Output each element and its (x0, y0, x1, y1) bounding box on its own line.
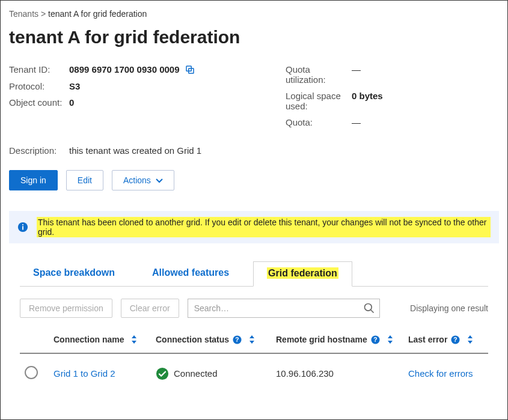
th-connection-status[interactable]: Connection status (156, 335, 229, 344)
actions-label: Actions (123, 175, 151, 185)
info-banner: This tenant has been cloned to another g… (9, 211, 499, 243)
quota-value: — (352, 117, 361, 127)
tenant-id-label: Tenant ID: (9, 64, 69, 75)
breadcrumb: Tenants > tenant A for grid federation (9, 9, 499, 19)
logical-used-value: 0 bytes (352, 91, 383, 111)
quota-util-value: — (352, 64, 361, 85)
sort-icon[interactable] (467, 335, 474, 344)
object-count-label: Object count: (9, 97, 69, 108)
tab-space-breakdown[interactable]: Space breakdown (20, 261, 128, 286)
th-last-error[interactable]: Last error (408, 335, 447, 344)
help-icon[interactable]: ? (371, 335, 380, 344)
th-remote-hostname[interactable]: Remote grid hostname (276, 335, 367, 344)
svg-rect-4 (22, 224, 23, 225)
tabs: Space breakdown Allowed features Grid fe… (20, 261, 488, 287)
breadcrumb-root[interactable]: Tenants (9, 9, 38, 19)
svg-rect-3 (22, 226, 23, 230)
row-select-radio[interactable] (25, 366, 38, 379)
quota-util-label: Quota utilization: (286, 64, 352, 85)
banner-message: This tenant has been cloned to another g… (37, 217, 491, 237)
description-value: this tenant was created on Grid 1 (69, 145, 201, 156)
connections-table: Connection name Connection status ? (20, 326, 488, 381)
logical-used-label: Logical space used: (286, 91, 352, 111)
remote-hostname-value: 10.96.106.230 (276, 368, 334, 379)
svg-text:?: ? (373, 336, 377, 343)
svg-point-5 (364, 304, 372, 311)
protocol-label: Protocol: (9, 81, 69, 91)
edit-button[interactable]: Edit (66, 170, 103, 190)
tab-grid-federation[interactable]: Grid federation (253, 261, 352, 287)
search-input[interactable] (188, 299, 380, 318)
sort-icon[interactable] (249, 335, 256, 344)
tab-allowed-features[interactable]: Allowed features (139, 261, 242, 286)
sign-in-button[interactable]: Sign in (9, 170, 58, 190)
copy-icon[interactable] (185, 64, 195, 75)
actions-dropdown[interactable]: Actions (112, 170, 174, 190)
quota-label: Quota: (286, 117, 352, 127)
object-count-value: 0 (69, 97, 74, 108)
search-icon[interactable] (363, 302, 375, 314)
tab-federation-label: Grid federation (267, 267, 338, 279)
svg-text:?: ? (235, 336, 239, 343)
tab-features-label: Allowed features (152, 267, 229, 278)
check-circle-icon (156, 367, 169, 380)
svg-text:?: ? (454, 336, 458, 343)
breadcrumb-sep: > (41, 9, 46, 19)
check-for-errors-link[interactable]: Check for errors (408, 368, 473, 379)
description-label: Description: (9, 145, 69, 156)
protocol-value: S3 (69, 81, 80, 91)
remove-permission-button: Remove permission (20, 299, 112, 318)
svg-point-13 (156, 367, 168, 379)
chevron-down-icon (156, 175, 163, 185)
svg-line-6 (370, 310, 373, 313)
help-icon[interactable]: ? (451, 335, 460, 344)
sort-icon[interactable] (387, 335, 394, 344)
table-row: Grid 1 to Grid 2 Connected 10.96.106.230… (20, 353, 488, 381)
result-count: Displaying one result (410, 303, 488, 313)
tenant-id-value: 0899 6970 1700 0930 0009 (69, 64, 180, 75)
tab-space-label: Space breakdown (33, 267, 115, 278)
clear-error-button: Clear error (121, 299, 179, 318)
info-icon (17, 222, 28, 233)
connection-status-value: Connected (174, 368, 218, 379)
th-connection-name[interactable]: Connection name (54, 335, 124, 344)
connection-name-link[interactable]: Grid 1 to Grid 2 (54, 368, 115, 379)
breadcrumb-current: tenant A for grid federation (48, 9, 147, 19)
page-title: tenant A for grid federation (9, 27, 499, 47)
sort-icon[interactable] (131, 335, 138, 344)
help-icon[interactable]: ? (233, 335, 242, 344)
